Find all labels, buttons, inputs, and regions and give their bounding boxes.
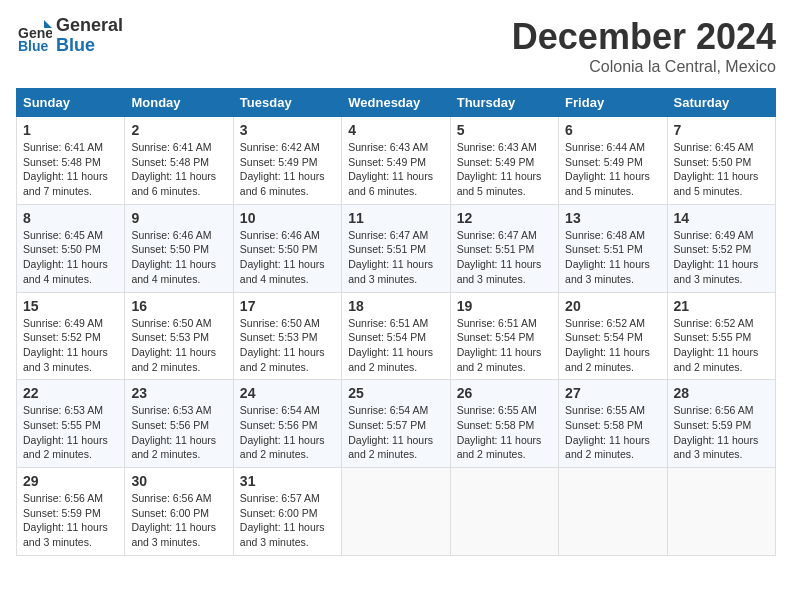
- calendar-cell: 10Sunrise: 6:46 AM Sunset: 5:50 PM Dayli…: [233, 204, 341, 292]
- day-info: Sunrise: 6:57 AM Sunset: 6:00 PM Dayligh…: [240, 491, 335, 550]
- day-header-wednesday: Wednesday: [342, 89, 450, 117]
- day-info: Sunrise: 6:56 AM Sunset: 5:59 PM Dayligh…: [674, 403, 769, 462]
- day-header-friday: Friday: [559, 89, 667, 117]
- calendar-cell: 5Sunrise: 6:43 AM Sunset: 5:49 PM Daylig…: [450, 117, 558, 205]
- day-number: 29: [23, 473, 118, 489]
- day-number: 13: [565, 210, 660, 226]
- day-info: Sunrise: 6:47 AM Sunset: 5:51 PM Dayligh…: [348, 228, 443, 287]
- day-number: 6: [565, 122, 660, 138]
- calendar-cell: 23Sunrise: 6:53 AM Sunset: 5:56 PM Dayli…: [125, 380, 233, 468]
- day-number: 1: [23, 122, 118, 138]
- logo-blue: Blue: [56, 36, 123, 56]
- day-number: 15: [23, 298, 118, 314]
- day-header-sunday: Sunday: [17, 89, 125, 117]
- day-info: Sunrise: 6:45 AM Sunset: 5:50 PM Dayligh…: [674, 140, 769, 199]
- day-info: Sunrise: 6:48 AM Sunset: 5:51 PM Dayligh…: [565, 228, 660, 287]
- calendar-cell: 13Sunrise: 6:48 AM Sunset: 5:51 PM Dayli…: [559, 204, 667, 292]
- day-number: 18: [348, 298, 443, 314]
- day-info: Sunrise: 6:41 AM Sunset: 5:48 PM Dayligh…: [23, 140, 118, 199]
- day-number: 17: [240, 298, 335, 314]
- calendar-cell: 16Sunrise: 6:50 AM Sunset: 5:53 PM Dayli…: [125, 292, 233, 380]
- calendar-cell: [342, 468, 450, 556]
- svg-marker-2: [44, 20, 52, 28]
- day-number: 7: [674, 122, 769, 138]
- day-info: Sunrise: 6:43 AM Sunset: 5:49 PM Dayligh…: [348, 140, 443, 199]
- calendar-week-1: 1Sunrise: 6:41 AM Sunset: 5:48 PM Daylig…: [17, 117, 776, 205]
- day-number: 9: [131, 210, 226, 226]
- calendar-cell: 4Sunrise: 6:43 AM Sunset: 5:49 PM Daylig…: [342, 117, 450, 205]
- day-number: 30: [131, 473, 226, 489]
- calendar-cell: 18Sunrise: 6:51 AM Sunset: 5:54 PM Dayli…: [342, 292, 450, 380]
- day-header-monday: Monday: [125, 89, 233, 117]
- calendar-week-4: 22Sunrise: 6:53 AM Sunset: 5:55 PM Dayli…: [17, 380, 776, 468]
- title-block: December 2024 Colonia la Central, Mexico: [512, 16, 776, 76]
- day-header-thursday: Thursday: [450, 89, 558, 117]
- calendar-cell: 27Sunrise: 6:55 AM Sunset: 5:58 PM Dayli…: [559, 380, 667, 468]
- day-info: Sunrise: 6:45 AM Sunset: 5:50 PM Dayligh…: [23, 228, 118, 287]
- day-number: 2: [131, 122, 226, 138]
- day-info: Sunrise: 6:50 AM Sunset: 5:53 PM Dayligh…: [240, 316, 335, 375]
- calendar-cell: 15Sunrise: 6:49 AM Sunset: 5:52 PM Dayli…: [17, 292, 125, 380]
- page-header: General Blue General Blue December 2024 …: [16, 16, 776, 76]
- calendar-cell: 2Sunrise: 6:41 AM Sunset: 5:48 PM Daylig…: [125, 117, 233, 205]
- calendar-week-3: 15Sunrise: 6:49 AM Sunset: 5:52 PM Dayli…: [17, 292, 776, 380]
- day-number: 25: [348, 385, 443, 401]
- day-number: 11: [348, 210, 443, 226]
- day-number: 16: [131, 298, 226, 314]
- day-number: 28: [674, 385, 769, 401]
- day-info: Sunrise: 6:55 AM Sunset: 5:58 PM Dayligh…: [457, 403, 552, 462]
- calendar-cell: 1Sunrise: 6:41 AM Sunset: 5:48 PM Daylig…: [17, 117, 125, 205]
- day-info: Sunrise: 6:49 AM Sunset: 5:52 PM Dayligh…: [674, 228, 769, 287]
- day-number: 24: [240, 385, 335, 401]
- day-number: 19: [457, 298, 552, 314]
- day-number: 14: [674, 210, 769, 226]
- calendar-cell: 19Sunrise: 6:51 AM Sunset: 5:54 PM Dayli…: [450, 292, 558, 380]
- day-info: Sunrise: 6:50 AM Sunset: 5:53 PM Dayligh…: [131, 316, 226, 375]
- day-info: Sunrise: 6:51 AM Sunset: 5:54 PM Dayligh…: [348, 316, 443, 375]
- calendar-cell: [450, 468, 558, 556]
- day-info: Sunrise: 6:41 AM Sunset: 5:48 PM Dayligh…: [131, 140, 226, 199]
- day-number: 4: [348, 122, 443, 138]
- day-info: Sunrise: 6:55 AM Sunset: 5:58 PM Dayligh…: [565, 403, 660, 462]
- day-number: 10: [240, 210, 335, 226]
- day-info: Sunrise: 6:51 AM Sunset: 5:54 PM Dayligh…: [457, 316, 552, 375]
- day-number: 23: [131, 385, 226, 401]
- day-info: Sunrise: 6:49 AM Sunset: 5:52 PM Dayligh…: [23, 316, 118, 375]
- day-info: Sunrise: 6:47 AM Sunset: 5:51 PM Dayligh…: [457, 228, 552, 287]
- calendar-header: SundayMondayTuesdayWednesdayThursdayFrid…: [17, 89, 776, 117]
- logo: General Blue General Blue: [16, 16, 123, 56]
- day-info: Sunrise: 6:56 AM Sunset: 5:59 PM Dayligh…: [23, 491, 118, 550]
- day-number: 12: [457, 210, 552, 226]
- calendar-cell: 12Sunrise: 6:47 AM Sunset: 5:51 PM Dayli…: [450, 204, 558, 292]
- day-info: Sunrise: 6:52 AM Sunset: 5:55 PM Dayligh…: [674, 316, 769, 375]
- calendar-cell: 25Sunrise: 6:54 AM Sunset: 5:57 PM Dayli…: [342, 380, 450, 468]
- calendar-cell: 7Sunrise: 6:45 AM Sunset: 5:50 PM Daylig…: [667, 117, 775, 205]
- calendar-cell: 6Sunrise: 6:44 AM Sunset: 5:49 PM Daylig…: [559, 117, 667, 205]
- day-number: 27: [565, 385, 660, 401]
- day-number: 21: [674, 298, 769, 314]
- calendar-cell: 3Sunrise: 6:42 AM Sunset: 5:49 PM Daylig…: [233, 117, 341, 205]
- day-number: 5: [457, 122, 552, 138]
- day-number: 22: [23, 385, 118, 401]
- day-info: Sunrise: 6:56 AM Sunset: 6:00 PM Dayligh…: [131, 491, 226, 550]
- day-number: 20: [565, 298, 660, 314]
- calendar-week-5: 29Sunrise: 6:56 AM Sunset: 5:59 PM Dayli…: [17, 468, 776, 556]
- calendar-cell: 11Sunrise: 6:47 AM Sunset: 5:51 PM Dayli…: [342, 204, 450, 292]
- day-number: 3: [240, 122, 335, 138]
- location-title: Colonia la Central, Mexico: [512, 58, 776, 76]
- day-info: Sunrise: 6:46 AM Sunset: 5:50 PM Dayligh…: [240, 228, 335, 287]
- day-header-tuesday: Tuesday: [233, 89, 341, 117]
- calendar-cell: 14Sunrise: 6:49 AM Sunset: 5:52 PM Dayli…: [667, 204, 775, 292]
- logo-icon: General Blue: [16, 18, 52, 54]
- calendar-cell: 24Sunrise: 6:54 AM Sunset: 5:56 PM Dayli…: [233, 380, 341, 468]
- calendar-cell: 20Sunrise: 6:52 AM Sunset: 5:54 PM Dayli…: [559, 292, 667, 380]
- calendar-cell: [667, 468, 775, 556]
- calendar-cell: 26Sunrise: 6:55 AM Sunset: 5:58 PM Dayli…: [450, 380, 558, 468]
- day-info: Sunrise: 6:53 AM Sunset: 5:56 PM Dayligh…: [131, 403, 226, 462]
- calendar-cell: 21Sunrise: 6:52 AM Sunset: 5:55 PM Dayli…: [667, 292, 775, 380]
- day-info: Sunrise: 6:52 AM Sunset: 5:54 PM Dayligh…: [565, 316, 660, 375]
- day-info: Sunrise: 6:42 AM Sunset: 5:49 PM Dayligh…: [240, 140, 335, 199]
- day-info: Sunrise: 6:43 AM Sunset: 5:49 PM Dayligh…: [457, 140, 552, 199]
- day-info: Sunrise: 6:54 AM Sunset: 5:57 PM Dayligh…: [348, 403, 443, 462]
- calendar-cell: 8Sunrise: 6:45 AM Sunset: 5:50 PM Daylig…: [17, 204, 125, 292]
